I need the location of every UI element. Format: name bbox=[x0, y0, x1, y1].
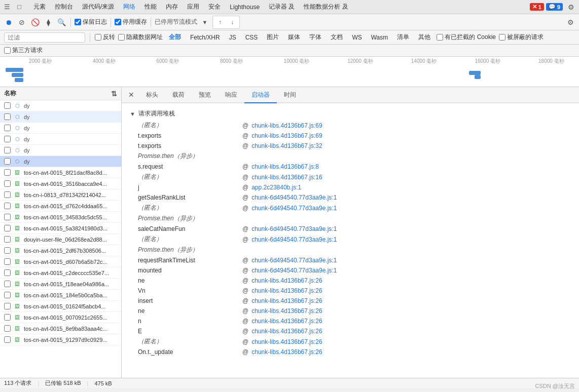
stack-link-15[interactable]: chunk-libs.4d136b67.js:26 bbox=[251, 277, 322, 284]
stack-link-6[interactable]: app.2c23840b.js:1 bbox=[251, 184, 301, 191]
stack-link-17[interactable]: chunk-libs.4d136b67.js:26 bbox=[251, 297, 322, 304]
request-checkbox-img-15[interactable] bbox=[4, 325, 11, 332]
stack-link-0[interactable]: chunk-libs.4d136b67.js:69 bbox=[251, 122, 322, 129]
request-item-img-7[interactable]: 🖼 douyin-user-file_06d268ea2d88... bbox=[0, 234, 121, 245]
request-item-img-3[interactable]: 🖼 tos-cn-i-0813_d781342f214042... bbox=[0, 189, 121, 201]
stack-link-22[interactable]: chunk-libs.4d136b67.js:26 bbox=[251, 348, 322, 356]
request-checkbox-img-9[interactable] bbox=[4, 258, 11, 265]
filter-media-btn[interactable]: 媒体 bbox=[285, 32, 303, 43]
filter-all-btn[interactable]: 全部 bbox=[166, 32, 184, 43]
disable-cache-checkbox[interactable] bbox=[115, 19, 121, 25]
stack-link-4[interactable]: chunk-libs.4d136b67.js:8 bbox=[251, 163, 319, 170]
blocked-requests-label[interactable]: 被屏蔽的请求 bbox=[499, 33, 544, 42]
sort-icon[interactable]: ⇅ bbox=[111, 90, 117, 98]
menu-network[interactable]: 网络 bbox=[119, 1, 139, 13]
stack-link-2[interactable]: chunk-libs.4d136b67.js:32 bbox=[251, 142, 322, 149]
tab-headers[interactable]: 标头 bbox=[139, 88, 165, 103]
request-checkbox-img-7[interactable] bbox=[4, 236, 11, 243]
menu-recorder[interactable]: 记录器 及 bbox=[265, 1, 299, 13]
stack-link-18[interactable]: chunk-libs.4d136b67.js:26 bbox=[251, 307, 322, 315]
record-button[interactable]: ⏺ bbox=[3, 17, 14, 28]
request-item-dy-2[interactable]: ⬡ dy bbox=[0, 111, 121, 123]
blocked-cookies-checkbox[interactable] bbox=[437, 34, 443, 41]
request-checkbox-img-12[interactable] bbox=[4, 292, 11, 298]
tab-preview[interactable]: 预览 bbox=[192, 88, 218, 103]
message-badge[interactable]: 💬 9 bbox=[546, 3, 563, 11]
request-checkbox-dy-5[interactable] bbox=[4, 147, 11, 153]
request-checkbox-img-8[interactable] bbox=[4, 247, 11, 254]
export-har-button[interactable]: ↓ bbox=[227, 17, 238, 28]
request-checkbox-img-6[interactable] bbox=[4, 225, 11, 231]
request-item-dy-4[interactable]: ⬡ dy bbox=[0, 134, 121, 145]
devtools-menu-icon[interactable]: ☰ bbox=[2, 2, 12, 12]
request-item-img-15[interactable]: 🖼 tos-cn-avt-0015_8e9ba83aaa4c... bbox=[0, 323, 121, 334]
request-item-img-8[interactable]: 🖼 tos-cn-avt-0015_2df67b308506... bbox=[0, 245, 121, 256]
request-item-dy-3[interactable]: ⬡ dy bbox=[0, 123, 121, 134]
stack-link-7[interactable]: chunk-6d494540.77d3aa9e.js:1 bbox=[251, 194, 337, 201]
stack-link-8[interactable]: chunk-6d494540.77d3aa9e.js:1 bbox=[251, 205, 337, 212]
request-item-img-9[interactable]: 🖼 tos-cn-avt-0015_d607b6a5b72c... bbox=[0, 256, 121, 267]
request-checkbox-img-13[interactable] bbox=[4, 303, 11, 309]
stack-link-20[interactable]: chunk-libs.4d136b67.js:26 bbox=[251, 328, 322, 335]
invert-filter-checkbox[interactable] bbox=[95, 34, 101, 41]
menu-elements[interactable]: 元素 bbox=[29, 1, 50, 13]
preserve-log-checkbox[interactable] bbox=[75, 19, 81, 25]
search-button[interactable]: 🔍 bbox=[56, 17, 67, 28]
network-settings-button[interactable]: ⚙ bbox=[565, 17, 576, 28]
stop-button[interactable]: ⊘ bbox=[16, 17, 27, 28]
request-item-dy-5[interactable]: ⬡ dy bbox=[0, 145, 121, 156]
request-item-img-6[interactable]: 🖼 tos-cn-avt-0015_5a38241980d3... bbox=[0, 223, 121, 234]
menu-application[interactable]: 应用 bbox=[183, 1, 203, 13]
request-checkbox-img-5[interactable] bbox=[4, 214, 11, 220]
stack-link-19[interactable]: chunk-libs.4d136b67.js:26 bbox=[251, 318, 322, 325]
filter-manifest-btn[interactable]: 清单 bbox=[394, 32, 412, 43]
request-item-dy-6[interactable]: ⬡ dy bbox=[0, 156, 121, 167]
request-checkbox-img-1[interactable] bbox=[4, 169, 11, 176]
request-checkbox-img-4[interactable] bbox=[4, 203, 11, 209]
stack-link-11[interactable]: chunk-6d494540.77d3aa9e.js:1 bbox=[251, 236, 337, 243]
request-checkbox-dy-2[interactable] bbox=[4, 113, 11, 120]
request-item-img-1[interactable]: 🖼 tos-cn-avt-0015_8f21dacf8ac8d... bbox=[0, 167, 121, 178]
error-badge[interactable]: ✕ 1 bbox=[530, 3, 544, 11]
filter-doc-btn[interactable]: 文档 bbox=[328, 32, 346, 43]
stack-link-16[interactable]: chunk-libs.4d136b67.js:26 bbox=[251, 287, 322, 294]
stack-link-10[interactable]: chunk-6d494540.77d3aa9e.js:1 bbox=[251, 225, 337, 232]
preserve-log-label[interactable]: 保留日志 bbox=[75, 18, 107, 26]
request-item-img-13[interactable]: 🖼 tos-cn-avt-0015_01624f5abcb4... bbox=[0, 301, 121, 312]
filter-font-btn[interactable]: 字体 bbox=[306, 32, 324, 43]
request-item-img-14[interactable]: 🖼 tos-cn-avt-0015_0070921c2655... bbox=[0, 312, 121, 323]
request-checkbox-dy-6[interactable] bbox=[4, 158, 11, 165]
request-checkbox-img-14[interactable] bbox=[4, 314, 11, 321]
hide-data-url-label[interactable]: 隐藏数据网址 bbox=[118, 33, 163, 42]
menu-performance[interactable]: 性能 bbox=[140, 1, 161, 13]
tab-initiator[interactable]: 启动器 bbox=[244, 88, 277, 103]
request-checkbox-img-10[interactable] bbox=[4, 269, 11, 276]
request-item-img-11[interactable]: 🖼 tos-cn-avt-0015_f18eae04a986a... bbox=[0, 279, 121, 290]
devtools-dock-icon[interactable]: □ bbox=[14, 2, 24, 12]
stack-section-header[interactable]: ▼ 请求调用堆栈 bbox=[130, 107, 571, 120]
import-har-button[interactable]: ↑ bbox=[214, 17, 226, 28]
tab-timing[interactable]: 时间 bbox=[277, 88, 303, 103]
filter-input[interactable] bbox=[4, 32, 85, 43]
menu-lighthouse[interactable]: Lighthouse bbox=[226, 2, 264, 12]
request-checkbox-img-16[interactable] bbox=[4, 336, 11, 343]
request-checkbox-img-11[interactable] bbox=[4, 281, 11, 287]
detail-close-button[interactable]: ✕ bbox=[126, 89, 137, 100]
filter-wasm-btn[interactable]: Wasm bbox=[368, 33, 391, 42]
filter-button[interactable]: ⧫ bbox=[43, 17, 54, 28]
request-checkbox-dy-1[interactable] bbox=[4, 102, 11, 109]
request-item-img-2[interactable]: 🖼 tos-cn-avt-0015_3516bacca9e4... bbox=[0, 178, 121, 189]
tab-response[interactable]: 响应 bbox=[218, 88, 244, 103]
request-checkbox-img-2[interactable] bbox=[4, 180, 11, 187]
request-item-dy-1[interactable]: ⬡ dy bbox=[0, 100, 121, 111]
third-party-checkbox[interactable] bbox=[4, 47, 11, 54]
settings-button[interactable]: ⚙ bbox=[565, 1, 577, 13]
stack-link-13[interactable]: chunk-6d494540.77d3aa9e.js:1 bbox=[251, 257, 337, 264]
blocked-requests-checkbox[interactable] bbox=[499, 34, 505, 41]
clear-button[interactable]: 🚫 bbox=[29, 17, 41, 28]
filter-img-btn[interactable]: 图片 bbox=[264, 32, 282, 43]
stack-link-5[interactable]: chunk-libs.4d136b67.js:16 bbox=[251, 174, 322, 181]
invert-filter-label[interactable]: 反转 bbox=[95, 33, 115, 42]
menu-perf-insights[interactable]: 性能数据分析 及 bbox=[300, 1, 352, 13]
filter-other-btn[interactable]: 其他 bbox=[415, 32, 433, 43]
